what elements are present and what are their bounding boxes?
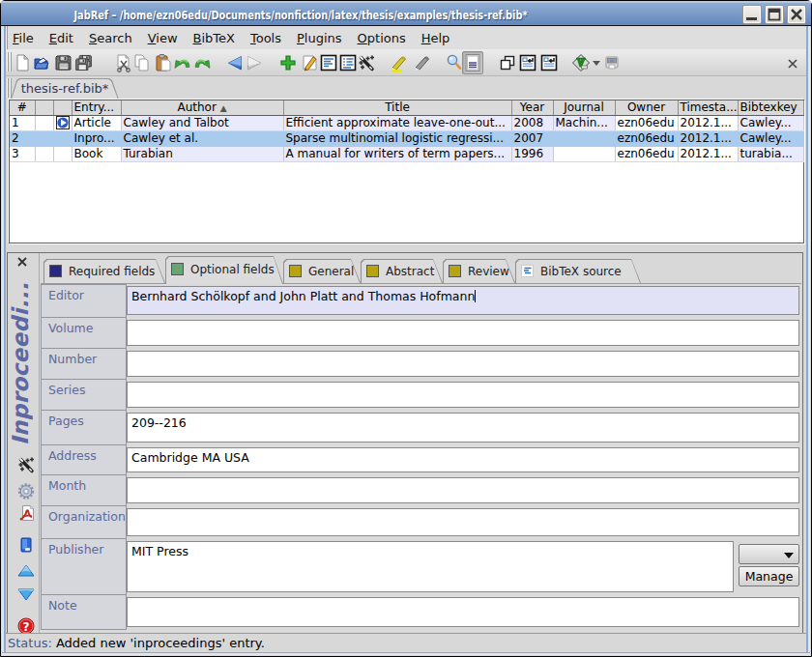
cell-author[interactable]: Cawley and Talbot	[121, 115, 283, 130]
menu-plugins[interactable]: Plugins	[289, 28, 350, 48]
open-file-button[interactable]	[601, 51, 623, 74]
cell-author[interactable]: Cawley et al.	[121, 130, 283, 146]
column-header-#[interactable]: #	[10, 100, 35, 115]
publisher-journal-combo[interactable]	[739, 544, 799, 564]
cell-entrytype[interactable]: Inpro...	[72, 130, 121, 146]
menu-help[interactable]: Help	[414, 28, 458, 48]
copy-bibtex-key-button[interactable]	[497, 51, 518, 74]
cell-journal[interactable]	[553, 146, 615, 161]
column-header-journal[interactable]: Journal	[553, 100, 615, 115]
editor-tab-required-fields[interactable]: Required fields	[44, 259, 165, 283]
field-input-month[interactable]	[127, 477, 799, 503]
table-row[interactable]: 3BookTurabianA manual for writers of ter…	[10, 146, 803, 161]
copy-button[interactable]	[131, 51, 153, 74]
column-header-owner[interactable]: Owner	[615, 100, 678, 115]
cell-file-icon[interactable]	[53, 115, 72, 130]
field-input-volume[interactable]	[127, 320, 799, 346]
autoset-gear-icon[interactable]	[16, 481, 36, 500]
editor-tab-abstract[interactable]: Abstract	[361, 259, 443, 283]
cell-file-icon[interactable]	[53, 130, 72, 146]
cell-owner[interactable]: ezn06edu	[615, 115, 678, 130]
cell-bibtexkey[interactable]: Cawley...	[738, 130, 803, 146]
new-entry-from-plain-text-button[interactable]	[356, 51, 377, 74]
minimize-button[interactable]	[742, 5, 762, 24]
column-header-author[interactable]: Author ▲	[121, 100, 283, 115]
cell-year[interactable]: 1996	[511, 146, 553, 161]
close-button[interactable]	[787, 5, 806, 24]
menu-search[interactable]: Search	[81, 28, 140, 48]
close-entry-editor-icon[interactable]	[14, 255, 30, 269]
titlebar[interactable]: JabRef – /home/ezn06edu/Documents/nonfic…	[1, 1, 811, 26]
open-database-button[interactable]	[31, 51, 52, 74]
push-to-application-2-button[interactable]	[538, 51, 560, 74]
cell-marked[interactable]	[35, 130, 53, 146]
column-header-title[interactable]: Title	[283, 100, 511, 115]
field-input-number[interactable]	[127, 351, 799, 377]
prev-entry-up-icon[interactable]	[16, 561, 36, 581]
cell-owner[interactable]: ezn06edu	[615, 146, 678, 161]
new-entry-button[interactable]	[277, 51, 299, 74]
cell-journal[interactable]: Machin...	[553, 115, 615, 130]
cell-marked[interactable]	[35, 115, 53, 130]
menu-bibtex[interactable]: BibTeX	[186, 28, 243, 48]
back-button[interactable]	[224, 51, 246, 74]
menu-tools[interactable]: Tools	[243, 28, 289, 48]
push-to-vim-button[interactable]	[570, 51, 592, 74]
editor-tab-optional-fields[interactable]: Optional fields	[165, 256, 283, 284]
cell-file-icon[interactable]	[53, 146, 72, 161]
save-all-button[interactable]	[74, 51, 96, 74]
cell-entrytype[interactable]: Article	[72, 115, 121, 130]
cell-bibtexkey[interactable]: Cawley...	[738, 115, 803, 130]
column-header-year[interactable]: Year	[511, 100, 553, 115]
cell-owner[interactable]: ezn06edu	[615, 130, 678, 146]
field-input-editor[interactable]: Bernhard Schölkopf and John Platt and Th…	[127, 286, 799, 315]
cell-num[interactable]: 2	[10, 130, 35, 146]
menu-edit[interactable]: Edit	[42, 28, 81, 48]
cell-year[interactable]: 2008	[511, 115, 553, 130]
cell-title[interactable]: A manual for writers of term papers...	[283, 146, 511, 161]
cell-timestamp[interactable]: 2012.1...	[678, 146, 738, 161]
menu-options[interactable]: Options	[350, 28, 414, 48]
cell-num[interactable]: 1	[10, 115, 35, 130]
edit-preamble-button[interactable]	[318, 51, 339, 74]
cell-title[interactable]: Efficient approximate leave-one-out...	[283, 115, 511, 130]
edit-entry-button[interactable]	[299, 51, 320, 74]
editor-tab-review[interactable]: Review	[443, 259, 515, 283]
editor-tab-general[interactable]: General	[283, 259, 361, 283]
field-input-pages[interactable]: 209--216	[127, 413, 799, 443]
table-row[interactable]: 2Inpro...Cawley et al.Sparse multinomial…	[10, 130, 803, 146]
column-header-icon2[interactable]	[53, 100, 72, 115]
toolbar-close-icon[interactable]	[786, 57, 799, 71]
field-input-note[interactable]	[127, 597, 799, 627]
undo-button[interactable]	[172, 51, 193, 74]
save-database-button[interactable]	[53, 51, 74, 74]
forward-button[interactable]	[244, 51, 265, 74]
toolbar-grip[interactable]	[6, 52, 13, 71]
menu-view[interactable]: View	[140, 28, 186, 48]
cell-title[interactable]: Sparse multinomial logistic regressi...	[283, 130, 511, 146]
column-header-entry[interactable]: Entry...	[72, 100, 121, 115]
paste-button[interactable]	[153, 51, 174, 74]
field-input-organization[interactable]	[127, 508, 799, 536]
cell-marked[interactable]	[35, 146, 53, 161]
field-input-publisher[interactable]: MIT Press	[127, 541, 734, 592]
push-to-application-1-button[interactable]	[517, 51, 538, 74]
database-tab[interactable]: thesis-ref.bib*	[11, 78, 119, 100]
cell-timestamp[interactable]: 2012.1...	[678, 130, 738, 146]
entry-table[interactable]: #Entry...Author ▲TitleYearJournalOwnerTi…	[9, 100, 804, 243]
column-header-icon1[interactable]	[35, 100, 53, 115]
cell-year[interactable]: 2007	[511, 130, 553, 146]
redo-button[interactable]	[191, 51, 213, 74]
column-header-timesta[interactable]: Timesta...	[678, 100, 738, 115]
mark-entries-button[interactable]	[389, 51, 410, 74]
generate-key-wand-icon[interactable]	[16, 455, 36, 474]
column-header-bibtexkey[interactable]: Bibtexkey	[738, 100, 803, 115]
cell-entrytype[interactable]: Book	[72, 146, 121, 161]
cell-num[interactable]: 3	[10, 146, 35, 161]
cell-timestamp[interactable]: 2012.1...	[678, 115, 738, 130]
url-link-icon[interactable]	[56, 116, 70, 129]
table-row[interactable]: 1ArticleCawley and TalbotEfficient appro…	[10, 115, 803, 130]
manage-button[interactable]: Manage	[739, 566, 799, 586]
write-pdf-icon[interactable]	[16, 503, 36, 523]
field-input-address[interactable]: Cambridge MA USA	[127, 447, 799, 472]
